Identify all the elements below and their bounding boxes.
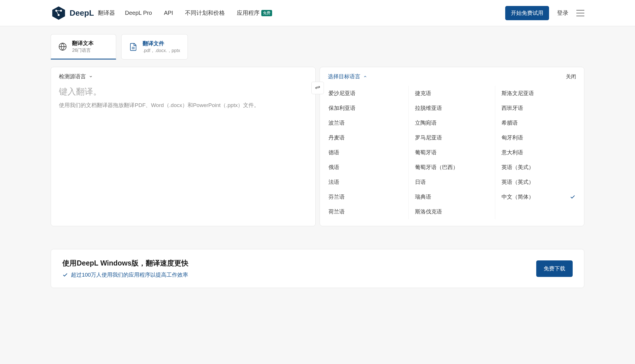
- language-option[interactable]: 意大利语: [495, 145, 581, 160]
- language-name: 希腊语: [502, 119, 518, 127]
- source-panel: 检测源语言 键入翻译。 使用我们的文档翻译器拖放翻译PDF、Word（.docx…: [51, 67, 315, 226]
- language-option[interactable]: 立陶宛语: [409, 116, 495, 130]
- language-name: 日语: [415, 178, 426, 186]
- document-icon: [129, 43, 137, 51]
- language-option[interactable]: 英语（美式）: [495, 160, 581, 175]
- language-name: 英语（英式）: [502, 178, 534, 186]
- language-name: 斯洛伐克语: [415, 208, 442, 215]
- language-option[interactable]: 希腊语: [495, 116, 581, 130]
- tab-translate-text[interactable]: 翻译文本 26门语言: [51, 34, 116, 59]
- tab-translate-file[interactable]: 翻译文件 .pdf，.docx.，pptx: [121, 34, 188, 59]
- language-option[interactable]: 斯洛文尼亚语: [495, 86, 581, 101]
- language-name: 英语（美式）: [502, 164, 534, 171]
- language-column: 斯洛文尼亚语西班牙语希腊语匈牙利语意大利语英语（美式）英语（英式）中文（简体）: [495, 86, 581, 219]
- nav-pro[interactable]: DeepL Pro: [125, 10, 152, 16]
- language-name: 拉脱维亚语: [415, 104, 442, 112]
- source-language-select[interactable]: 检测源语言: [59, 73, 93, 80]
- language-grid: 爱沙尼亚语保加利亚语波兰语丹麦语德语俄语法语芬兰语荷兰语捷克语拉脱维亚语立陶宛语…: [320, 86, 584, 226]
- main-nav: DeepL Pro API 不同计划和价格 应用程序 免费: [125, 9, 272, 17]
- start-trial-button[interactable]: 开始免费试用: [505, 6, 549, 20]
- language-name: 瑞典语: [415, 193, 431, 201]
- language-name: 德语: [328, 149, 339, 156]
- language-option[interactable]: 西班牙语: [495, 101, 581, 116]
- language-name: 捷克语: [415, 90, 431, 97]
- promo-banner: 使用DeepL Windows版，翻译速度更快 超过100万人使用我们的应用程序…: [51, 249, 584, 288]
- language-name: 丹麦语: [328, 134, 345, 141]
- header: DeepL 翻译器 DeepL Pro API 不同计划和价格 应用程序 免费 …: [0, 0, 635, 26]
- translator-panels: 检测源语言 键入翻译。 使用我们的文档翻译器拖放翻译PDF、Word（.docx…: [51, 67, 584, 226]
- target-language-select[interactable]: 选择目标语言: [328, 73, 367, 80]
- language-name: 斯洛文尼亚语: [502, 90, 534, 97]
- login-link[interactable]: 登录: [557, 9, 568, 17]
- language-option[interactable]: 爱沙尼亚语: [322, 86, 408, 101]
- language-name: 匈牙利语: [502, 134, 523, 141]
- target-language-label: 选择目标语言: [328, 73, 360, 80]
- brand-name: DeepL: [69, 9, 94, 18]
- language-option[interactable]: 捷克语: [409, 86, 495, 101]
- free-badge: 免费: [261, 10, 272, 16]
- language-option[interactable]: 保加利亚语: [322, 101, 408, 116]
- source-hint: 使用我们的文档翻译器拖放翻译PDF、Word（.docx）和PowerPoint…: [59, 101, 307, 110]
- language-option[interactable]: 俄语: [322, 160, 408, 175]
- language-option[interactable]: 斯洛伐克语: [409, 204, 495, 219]
- brand-sub: 翻译器: [98, 9, 115, 17]
- language-name: 葡萄牙语: [415, 149, 437, 156]
- nav-apps[interactable]: 应用程序 免费: [237, 9, 272, 17]
- swap-languages-button[interactable]: [311, 82, 324, 94]
- download-button[interactable]: 免费下载: [536, 260, 573, 277]
- language-option[interactable]: 德语: [322, 145, 408, 160]
- source-input[interactable]: 键入翻译。 使用我们的文档翻译器拖放翻译PDF、Word（.docx）和Powe…: [51, 86, 315, 118]
- language-name: 意大利语: [502, 149, 523, 156]
- language-option[interactable]: 中文（简体）: [495, 190, 581, 204]
- hamburger-icon[interactable]: [576, 10, 584, 16]
- nav-plans[interactable]: 不同计划和价格: [185, 9, 225, 17]
- tab-file-title: 翻译文件: [143, 40, 180, 47]
- language-option[interactable]: 芬兰语: [322, 190, 408, 204]
- language-column: 爱沙尼亚语保加利亚语波兰语丹麦语德语俄语法语芬兰语荷兰语: [322, 86, 409, 219]
- language-name: 西班牙语: [502, 104, 523, 112]
- language-name: 法语: [328, 178, 339, 186]
- main-container: 翻译文本 26门语言 翻译文件 .pdf，.docx.，pptx 检测源语言 键…: [51, 26, 584, 288]
- promo-subtitle: 超过100万人使用我们的应用程序以提高工作效率: [62, 271, 188, 279]
- mode-tabs: 翻译文本 26门语言 翻译文件 .pdf，.docx.，pptx: [51, 34, 584, 59]
- language-option[interactable]: 日语: [409, 175, 495, 190]
- nav-apps-label: 应用程序: [237, 9, 260, 17]
- language-option[interactable]: 瑞典语: [409, 190, 495, 204]
- language-option[interactable]: 葡萄牙语: [409, 145, 495, 160]
- language-option[interactable]: 荷兰语: [322, 204, 408, 219]
- language-option[interactable]: 法语: [322, 175, 408, 190]
- language-option[interactable]: 丹麦语: [322, 130, 408, 145]
- source-placeholder: 键入翻译。: [59, 86, 307, 98]
- check-icon: [62, 272, 68, 278]
- check-icon: [570, 194, 576, 200]
- globe-icon: [58, 42, 67, 51]
- chevron-up-icon: [363, 75, 367, 79]
- chevron-down-icon: [89, 75, 93, 79]
- svg-marker-0: [52, 6, 65, 20]
- nav-api[interactable]: API: [164, 10, 173, 16]
- language-option[interactable]: 匈牙利语: [495, 130, 581, 145]
- language-name: 罗马尼亚语: [415, 134, 442, 141]
- language-name: 波兰语: [328, 119, 345, 127]
- language-option[interactable]: 波兰语: [322, 116, 408, 130]
- language-option[interactable]: 英语（英式）: [495, 175, 581, 190]
- language-name: 中文（简体）: [502, 193, 534, 201]
- language-option[interactable]: 罗马尼亚语: [409, 130, 495, 145]
- tab-file-sub: .pdf，.docx.，pptx: [143, 48, 180, 54]
- language-name: 保加利亚语: [328, 104, 355, 112]
- language-option[interactable]: 葡萄牙语（巴西）: [409, 160, 495, 175]
- source-language-label: 检测源语言: [59, 73, 86, 80]
- close-button[interactable]: 关闭: [566, 73, 576, 80]
- language-name: 立陶宛语: [415, 119, 437, 127]
- language-name: 爱沙尼亚语: [328, 90, 355, 97]
- swap-icon: [315, 85, 320, 91]
- svg-point-3: [58, 14, 60, 16]
- logo[interactable]: DeepL 翻译器: [51, 5, 115, 21]
- deepl-logo-icon: [51, 5, 67, 21]
- language-name: 俄语: [328, 164, 339, 171]
- tab-text-sub: 26门语言: [72, 48, 94, 54]
- promo-title: 使用DeepL Windows版，翻译速度更快: [62, 258, 188, 268]
- language-option[interactable]: 拉脱维亚语: [409, 101, 495, 116]
- language-name: 芬兰语: [328, 193, 345, 201]
- tab-text-title: 翻译文本: [72, 40, 94, 47]
